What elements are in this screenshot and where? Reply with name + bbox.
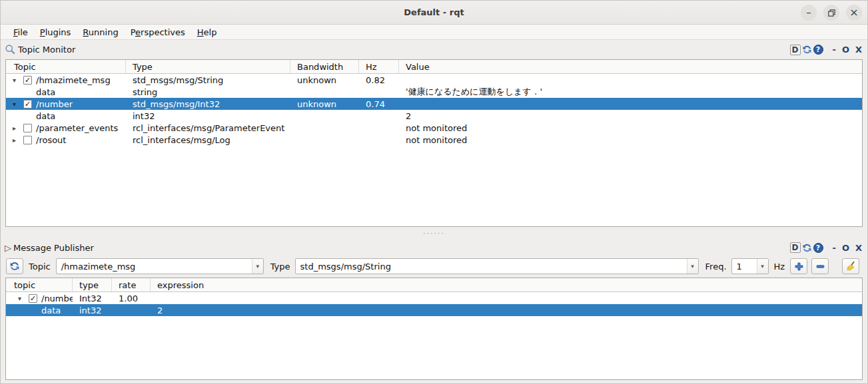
table-row[interactable]: data string '健康になるために運動をします．'	[6, 86, 862, 98]
menu-file[interactable]: File	[7, 27, 34, 37]
add-publisher-button[interactable]	[790, 258, 807, 274]
topic-combobox[interactable]: /hmazimete_msg ▾	[56, 258, 264, 274]
col-bandwidth[interactable]: Bandwidth	[290, 60, 359, 73]
col-topic[interactable]: Topic	[6, 60, 126, 73]
panel-minimize-button[interactable]: -	[833, 243, 836, 253]
window-titlebar: Default - rqt – ×	[1, 1, 867, 25]
window-title: Default - rqt	[404, 7, 464, 17]
chevron-down-icon[interactable]: ▾	[757, 259, 768, 274]
close-button[interactable]: ×	[846, 5, 862, 21]
refresh-icon[interactable]	[801, 242, 813, 253]
clear-button[interactable]	[842, 258, 859, 274]
table-row[interactable]: ▸/parameter_events rcl_interfaces/msg/Pa…	[6, 122, 862, 134]
topic-monitor-header: Topic Monitor D ? - O X	[1, 40, 867, 59]
checkbox[interactable]: ✓	[29, 294, 37, 303]
expander-icon[interactable]: ▸	[13, 124, 23, 132]
publisher-icon: ▷	[5, 243, 11, 253]
splitter-handle-icon: ······	[423, 229, 445, 238]
panel-title: Topic Monitor	[18, 45, 75, 55]
dock-button[interactable]: D	[790, 45, 801, 55]
col-rate[interactable]: rate	[112, 278, 151, 291]
panel-close-button[interactable]: X	[855, 45, 862, 55]
table-header: topic type rate expression	[6, 278, 862, 292]
expander-icon[interactable]: ▸	[13, 136, 23, 144]
maximize-button[interactable]	[823, 5, 839, 21]
col-expression[interactable]: expression	[151, 278, 862, 291]
publisher-table: topic type rate expression ▾✓/number Int…	[5, 278, 863, 380]
publisher-toolbar: Topic /hmazimete_msg ▾ Type std_msgs/msg…	[1, 256, 867, 276]
col-hz[interactable]: Hz	[359, 60, 399, 73]
topic-monitor-table: Topic Type Bandwidth Hz Value ▾✓/hmazime…	[5, 59, 863, 227]
freq-label: Freq.	[705, 262, 727, 272]
table-row-selected[interactable]: data int32 2	[6, 304, 862, 316]
table-row-selected[interactable]: ▾✓/number std_msgs/msg/Int32 unknown 0.7…	[6, 98, 862, 110]
panel-splitter[interactable]: ······	[1, 227, 867, 239]
minimize-button[interactable]: –	[801, 5, 817, 21]
chevron-down-icon[interactable]: ▾	[687, 259, 698, 274]
menu-plugins[interactable]: Plugins	[34, 27, 77, 37]
rqt-window: Default - rqt – × File Plugins Running P…	[0, 0, 868, 384]
hz-label: Hz	[774, 262, 785, 272]
plus-icon	[795, 262, 803, 271]
restore-icon	[827, 9, 836, 17]
dock-button[interactable]: D	[790, 242, 801, 253]
panel-minimize-button[interactable]: -	[833, 45, 836, 55]
expander-icon[interactable]: ▾	[13, 100, 23, 108]
panel-title: Message Publisher	[13, 243, 94, 253]
col-value[interactable]: Value	[399, 60, 862, 73]
checkbox[interactable]: ✓	[23, 76, 32, 85]
refresh-icon[interactable]	[801, 45, 813, 55]
message-publisher-header: ▷ Message Publisher D ? - O X	[1, 239, 867, 256]
remove-publisher-button[interactable]	[811, 258, 829, 274]
type-combobox[interactable]: std_msgs/msg/String ▾	[295, 258, 699, 274]
checkbox[interactable]	[23, 124, 32, 132]
table-header: Topic Type Bandwidth Hz Value	[6, 60, 862, 74]
refresh-button[interactable]	[6, 258, 23, 274]
topic-label: Topic	[29, 262, 51, 272]
type-label: Type	[270, 262, 290, 272]
help-icon[interactable]: ?	[813, 45, 823, 55]
minimize-icon: –	[806, 8, 811, 18]
help-icon[interactable]: ?	[813, 243, 823, 253]
checkbox[interactable]: ✓	[23, 100, 32, 108]
menu-help[interactable]: Help	[191, 27, 223, 37]
expander-icon[interactable]: ▾	[18, 295, 29, 302]
window-controls: – ×	[801, 5, 862, 21]
table-row[interactable]: ▾✓/hmazimete_msg std_msgs/msg/String unk…	[6, 74, 862, 86]
close-icon: ×	[849, 7, 858, 18]
table-row[interactable]: data int32 2	[6, 110, 862, 122]
expander-icon[interactable]: ▾	[13, 77, 23, 84]
menu-perspectives[interactable]: Perspectives	[125, 27, 191, 37]
panel-close-button[interactable]: X	[855, 243, 862, 253]
freq-combobox[interactable]: 1 ▾	[731, 258, 769, 274]
panel-float-button[interactable]: O	[842, 243, 849, 253]
checkbox[interactable]	[23, 136, 32, 144]
broom-icon	[845, 261, 856, 272]
menu-running[interactable]: Running	[77, 27, 124, 37]
menu-bar: File Plugins Running Perspectives Help	[1, 25, 867, 40]
col-type[interactable]: Type	[126, 60, 290, 73]
table-row[interactable]: ▾✓/number Int32 1.00	[6, 292, 862, 304]
magnifier-icon	[5, 44, 16, 55]
col-type[interactable]: type	[73, 278, 112, 291]
chevron-down-icon[interactable]: ▾	[252, 259, 263, 274]
col-topic[interactable]: topic	[6, 278, 73, 291]
refresh-icon	[9, 261, 20, 272]
panel-float-button[interactable]: O	[842, 45, 849, 55]
minus-icon	[816, 262, 825, 271]
table-row[interactable]: ▸/rosout rcl_interfaces/msg/Log not moni…	[6, 134, 862, 146]
